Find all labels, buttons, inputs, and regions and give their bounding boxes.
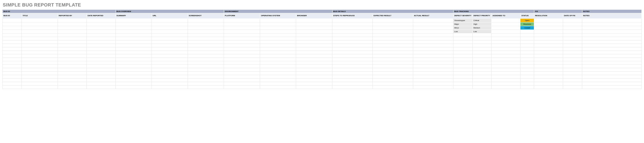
table-cell[interactable] <box>58 33 86 37</box>
table-cell[interactable] <box>116 26 152 30</box>
table-cell[interactable] <box>454 44 472 47</box>
table-cell[interactable] <box>58 19 86 22</box>
table-cell[interactable] <box>413 37 454 40</box>
table-cell[interactable] <box>563 51 582 54</box>
table-cell[interactable] <box>472 61 492 65</box>
table-cell[interactable] <box>22 54 58 58</box>
table-cell[interactable] <box>373 26 413 30</box>
table-cell[interactable] <box>260 40 296 44</box>
table-cell[interactable] <box>454 75 472 79</box>
table-cell[interactable] <box>296 86 332 89</box>
table-cell[interactable] <box>582 79 642 82</box>
table-cell[interactable] <box>472 68 492 72</box>
table-cell[interactable] <box>116 82 152 86</box>
table-cell[interactable] <box>224 82 260 86</box>
table-cell[interactable] <box>296 79 332 82</box>
table-cell[interactable] <box>260 65 296 68</box>
table-cell[interactable] <box>332 82 373 86</box>
table-cell[interactable] <box>224 58 260 61</box>
table-cell[interactable] <box>563 47 582 51</box>
table-cell[interactable] <box>296 44 332 47</box>
table-cell[interactable] <box>224 19 260 22</box>
table-cell[interactable] <box>332 61 373 65</box>
table-cell[interactable] <box>2 30 22 33</box>
table-cell[interactable] <box>224 44 260 47</box>
table-cell[interactable] <box>260 22 296 26</box>
table-cell[interactable] <box>152 68 188 72</box>
table-cell[interactable] <box>563 30 582 33</box>
table-cell[interactable] <box>188 65 224 68</box>
table-cell[interactable] <box>116 65 152 68</box>
table-cell[interactable] <box>296 40 332 44</box>
table-cell[interactable] <box>492 47 520 51</box>
table-cell[interactable] <box>22 40 58 44</box>
table-cell[interactable] <box>413 61 454 65</box>
table-cell[interactable] <box>152 61 188 65</box>
table-cell[interactable] <box>472 65 492 68</box>
table-cell[interactable] <box>116 58 152 61</box>
table-cell[interactable] <box>413 68 454 72</box>
table-cell[interactable] <box>373 47 413 51</box>
table-cell[interactable] <box>582 33 642 37</box>
table-cell[interactable] <box>116 79 152 82</box>
table-cell[interactable] <box>492 65 520 68</box>
table-cell[interactable] <box>582 82 642 86</box>
table-cell[interactable] <box>373 40 413 44</box>
table-cell[interactable] <box>188 54 224 58</box>
table-cell[interactable] <box>332 58 373 61</box>
table-cell[interactable] <box>454 86 472 89</box>
table-cell[interactable] <box>563 40 582 44</box>
table-cell[interactable] <box>116 75 152 79</box>
table-cell[interactable] <box>2 61 22 65</box>
table-cell[interactable] <box>534 51 563 54</box>
table-cell[interactable] <box>373 86 413 89</box>
table-cell[interactable] <box>152 30 188 33</box>
status-cell[interactable]: Closed <box>520 26 534 30</box>
table-cell[interactable] <box>188 22 224 26</box>
table-cell[interactable] <box>492 79 520 82</box>
table-cell[interactable] <box>296 26 332 30</box>
table-cell[interactable] <box>296 47 332 51</box>
table-cell[interactable] <box>2 19 22 22</box>
table-cell[interactable] <box>534 75 563 79</box>
table-cell[interactable] <box>22 72 58 75</box>
severity-cell[interactable]: Showstopper <box>454 19 472 22</box>
table-cell[interactable] <box>86 51 116 54</box>
table-cell[interactable] <box>582 86 642 89</box>
table-cell[interactable] <box>413 75 454 79</box>
table-cell[interactable] <box>224 65 260 68</box>
table-cell[interactable] <box>520 51 534 54</box>
table-cell[interactable] <box>520 72 534 75</box>
table-cell[interactable] <box>332 47 373 51</box>
table-cell[interactable] <box>332 51 373 54</box>
table-cell[interactable] <box>260 51 296 54</box>
table-cell[interactable] <box>58 65 86 68</box>
table-cell[interactable] <box>492 33 520 37</box>
table-cell[interactable] <box>260 75 296 79</box>
table-cell[interactable] <box>116 61 152 65</box>
table-cell[interactable] <box>534 58 563 61</box>
table-cell[interactable] <box>58 37 86 40</box>
table-cell[interactable] <box>520 79 534 82</box>
table-cell[interactable] <box>260 33 296 37</box>
table-cell[interactable] <box>520 65 534 68</box>
table-cell[interactable] <box>22 26 58 30</box>
table-cell[interactable] <box>563 26 582 30</box>
table-cell[interactable] <box>332 72 373 75</box>
table-cell[interactable] <box>188 30 224 33</box>
table-cell[interactable] <box>492 22 520 26</box>
table-cell[interactable] <box>563 75 582 79</box>
table-cell[interactable] <box>22 37 58 40</box>
table-cell[interactable] <box>492 61 520 65</box>
table-cell[interactable] <box>152 82 188 86</box>
status-cell[interactable]: Open <box>520 19 534 22</box>
table-cell[interactable] <box>563 68 582 72</box>
table-cell[interactable] <box>534 40 563 44</box>
table-cell[interactable] <box>152 58 188 61</box>
table-cell[interactable] <box>86 33 116 37</box>
table-cell[interactable] <box>58 47 86 51</box>
table-cell[interactable] <box>520 30 534 33</box>
table-cell[interactable] <box>188 58 224 61</box>
table-cell[interactable] <box>58 82 86 86</box>
table-cell[interactable] <box>188 86 224 89</box>
